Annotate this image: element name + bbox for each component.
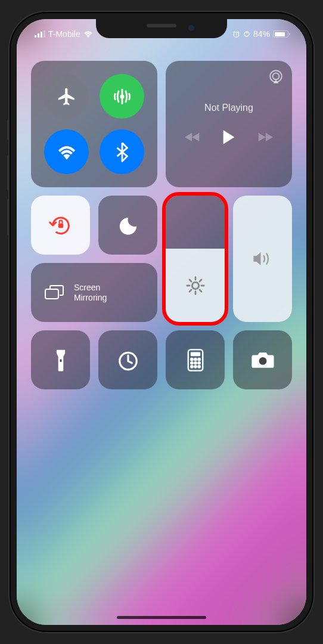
svg-point-19 bbox=[191, 366, 192, 367]
brightness-icon bbox=[185, 275, 206, 296]
svg-point-15 bbox=[198, 358, 200, 360]
svg-point-20 bbox=[194, 366, 196, 367]
svg-point-21 bbox=[198, 366, 200, 367]
flashlight-button[interactable] bbox=[31, 330, 90, 389]
orientation-lock-button[interactable] bbox=[31, 196, 90, 255]
notch bbox=[96, 19, 227, 38]
screen-mirroring-icon bbox=[44, 284, 66, 301]
location-icon bbox=[243, 30, 250, 38]
battery-icon bbox=[273, 30, 288, 38]
battery-percent: 84% bbox=[253, 29, 270, 39]
cellular-data-button[interactable] bbox=[100, 74, 144, 119]
volume-icon bbox=[252, 250, 274, 268]
carrier-name: T-Mobile bbox=[48, 29, 80, 39]
wifi-status-icon bbox=[83, 30, 93, 38]
previous-track-button[interactable] bbox=[185, 131, 200, 143]
status-bar-left: T-Mobile bbox=[35, 27, 93, 41]
svg-point-17 bbox=[194, 362, 196, 364]
control-center: Not Playing bbox=[31, 61, 292, 389]
alarm-icon bbox=[232, 30, 240, 38]
camera-button[interactable] bbox=[233, 330, 292, 389]
phone-frame: T-Mobile bbox=[10, 12, 313, 632]
svg-point-16 bbox=[191, 362, 192, 364]
svg-point-13 bbox=[191, 358, 192, 360]
svg-point-5 bbox=[273, 73, 279, 80]
calculator-button[interactable] bbox=[166, 330, 225, 389]
svg-rect-9 bbox=[60, 359, 61, 361]
brightness-slider[interactable] bbox=[166, 196, 225, 322]
svg-rect-12 bbox=[190, 352, 200, 356]
svg-point-22 bbox=[259, 357, 266, 365]
svg-point-3 bbox=[120, 95, 123, 97]
play-button[interactable] bbox=[222, 129, 236, 145]
cellular-signal-icon bbox=[35, 30, 45, 38]
svg-point-14 bbox=[194, 358, 196, 360]
media-status: Not Playing bbox=[204, 103, 253, 113]
airplay-icon[interactable] bbox=[268, 69, 284, 85]
home-indicator[interactable] bbox=[117, 616, 206, 619]
timer-button[interactable] bbox=[98, 330, 157, 389]
screen: T-Mobile bbox=[17, 19, 306, 625]
next-track-button[interactable] bbox=[257, 131, 273, 143]
connectivity-tile bbox=[31, 61, 157, 187]
bluetooth-button[interactable] bbox=[100, 129, 144, 174]
airplane-mode-button[interactable] bbox=[44, 74, 89, 119]
svg-rect-6 bbox=[58, 223, 63, 228]
svg-point-18 bbox=[198, 362, 200, 364]
screen-mirroring-label-1: Screen bbox=[74, 283, 107, 293]
media-tile[interactable]: Not Playing bbox=[166, 61, 292, 187]
wifi-button[interactable] bbox=[44, 129, 89, 174]
status-bar-right: 84% bbox=[232, 27, 288, 41]
volume-slider[interactable] bbox=[233, 196, 292, 322]
screen-mirroring-label-2: Mirroring bbox=[74, 293, 107, 303]
screen-mirroring-button[interactable]: Screen Mirroring bbox=[31, 263, 157, 322]
do-not-disturb-button[interactable] bbox=[98, 196, 157, 255]
svg-rect-7 bbox=[45, 289, 58, 299]
svg-point-8 bbox=[192, 282, 198, 289]
